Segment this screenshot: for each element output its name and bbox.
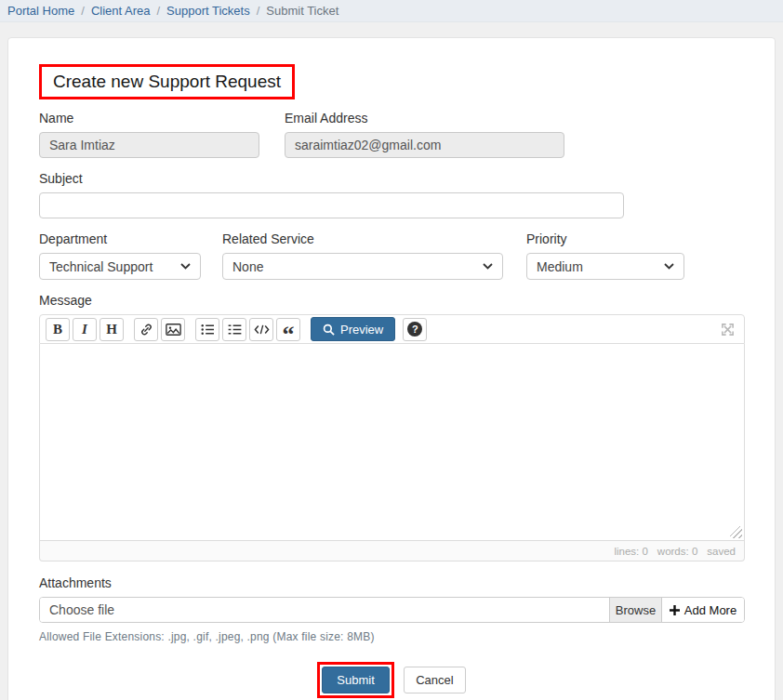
choose-file-input[interactable] [40,598,609,622]
email-label: Email Address [285,111,564,125]
breadcrumb: Portal Home / Client Area / Support Tick… [0,0,783,22]
bold-button[interactable]: B [46,318,70,341]
message-textarea[interactable] [40,344,744,540]
statusbar-lines: lines: 0 [614,546,647,557]
breadcrumb-support-tickets[interactable]: Support Tickets [166,4,250,18]
allowed-extensions-hint: Allowed File Extensions: .jpg, .gif, .jp… [39,630,744,643]
related-service-selected-value: None [232,259,263,274]
image-button[interactable] [161,318,185,341]
breadcrumb-separator: / [81,4,85,18]
add-more-button[interactable]: Add More [661,598,744,622]
priority-label: Priority [526,231,684,246]
plus-icon [670,605,680,615]
priority-selected-value: Medium [537,259,583,274]
editor-toolbar: B I H [39,314,745,344]
add-more-label: Add More [684,603,737,617]
chevron-down-icon [483,263,493,270]
page-title: Create new Support Request [53,72,281,92]
attachment-file-group: Browse Add More [39,597,745,623]
message-editor: B I H [39,314,745,561]
italic-button[interactable]: I [73,318,97,341]
help-button[interactable]: ? [403,318,427,341]
preview-button[interactable]: Preview [311,317,395,341]
unordered-list-button[interactable] [195,318,219,341]
cancel-button[interactable]: Cancel [404,667,465,693]
related-service-select[interactable]: None [222,253,503,280]
name-label: Name [39,111,259,125]
image-icon [166,324,181,336]
submit-ticket-panel: Create new Support Request Name Email Ad… [7,37,776,700]
ordered-list-icon [228,324,242,336]
editor-statusbar: lines: 0 words: 0 saved [39,541,745,561]
department-label: Department [39,231,201,246]
statusbar-saved: saved [707,546,736,557]
browse-button[interactable]: Browse [609,598,661,622]
link-button[interactable] [134,318,158,341]
subject-label: Subject [39,171,624,186]
email-field [285,132,564,158]
breadcrumb-client-area[interactable]: Client Area [91,4,151,18]
quote-button[interactable]: “ [276,318,300,341]
breadcrumb-separator: / [257,4,260,18]
submit-annotation-box: Submit [317,662,393,698]
breadcrumb-separator: / [156,4,160,18]
name-field [39,132,259,158]
question-circle-icon: ? [407,322,422,337]
subject-input[interactable] [39,192,624,218]
statusbar-words: words: 0 [657,546,697,557]
heading-button[interactable]: H [100,318,124,341]
department-selected-value: Technical Support [49,259,153,274]
chevron-down-icon [664,263,674,270]
department-select[interactable]: Technical Support [39,253,201,280]
ordered-list-button[interactable] [222,318,246,341]
priority-select[interactable]: Medium [526,253,684,280]
unordered-list-icon [201,324,215,336]
code-icon [254,324,270,336]
chevron-down-icon [180,263,191,270]
link-icon [139,323,153,337]
submit-button[interactable]: Submit [322,667,389,693]
breadcrumb-portal-home[interactable]: Portal Home [7,4,74,18]
preview-button-label: Preview [340,323,383,337]
message-label: Message [39,293,744,308]
search-icon [323,324,335,336]
related-service-label: Related Service [222,231,503,246]
title-annotation-box: Create new Support Request [39,64,295,99]
fullscreen-expand-icon[interactable] [721,323,735,337]
code-button[interactable] [249,318,273,341]
breadcrumb-current-page: Submit Ticket [266,4,338,18]
attachments-label: Attachments [39,575,744,590]
